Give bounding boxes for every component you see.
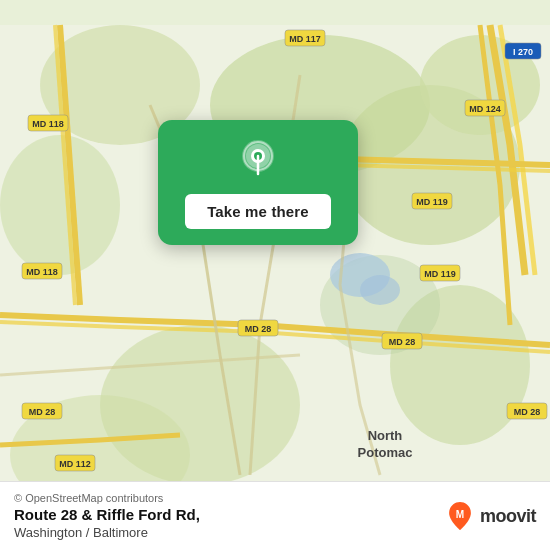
svg-text:MD 119: MD 119 bbox=[424, 269, 456, 279]
svg-point-11 bbox=[360, 275, 400, 305]
svg-point-5 bbox=[0, 135, 120, 275]
moovit-text: moovit bbox=[480, 506, 536, 527]
location-sub: Washington / Baltimore bbox=[14, 525, 200, 540]
take-me-there-button[interactable]: Take me there bbox=[185, 194, 331, 229]
moovit-logo: M moovit bbox=[446, 502, 536, 530]
svg-text:MD 28: MD 28 bbox=[245, 324, 272, 334]
svg-text:MD 28: MD 28 bbox=[514, 407, 541, 417]
map-background: MD 117 I 270 MD 118 MD 118 MD 119 MD 119… bbox=[0, 0, 550, 550]
moovit-pin-icon: M bbox=[446, 502, 474, 530]
svg-text:MD 119: MD 119 bbox=[416, 197, 448, 207]
svg-text:MD 112: MD 112 bbox=[59, 459, 91, 469]
location-name: Route 28 & Riffle Ford Rd, bbox=[14, 506, 200, 523]
svg-text:MD 118: MD 118 bbox=[26, 267, 58, 277]
svg-text:Potomac: Potomac bbox=[358, 445, 413, 460]
svg-text:MD 28: MD 28 bbox=[389, 337, 416, 347]
svg-text:M: M bbox=[456, 509, 464, 520]
svg-text:MD 124: MD 124 bbox=[469, 104, 501, 114]
svg-text:MD 118: MD 118 bbox=[32, 119, 64, 129]
svg-text:I 270: I 270 bbox=[513, 47, 533, 57]
svg-text:MD 28: MD 28 bbox=[29, 407, 56, 417]
map-container: MD 117 I 270 MD 118 MD 118 MD 119 MD 119… bbox=[0, 0, 550, 550]
svg-text:North: North bbox=[368, 428, 403, 443]
copyright-text: © OpenStreetMap contributors bbox=[14, 492, 200, 504]
bottom-bar: © OpenStreetMap contributors Route 28 & … bbox=[0, 481, 550, 550]
location-pin-icon bbox=[236, 138, 280, 182]
location-card: Take me there bbox=[158, 120, 358, 245]
bottom-left-info: © OpenStreetMap contributors Route 28 & … bbox=[14, 492, 200, 540]
svg-text:MD 117: MD 117 bbox=[289, 34, 321, 44]
